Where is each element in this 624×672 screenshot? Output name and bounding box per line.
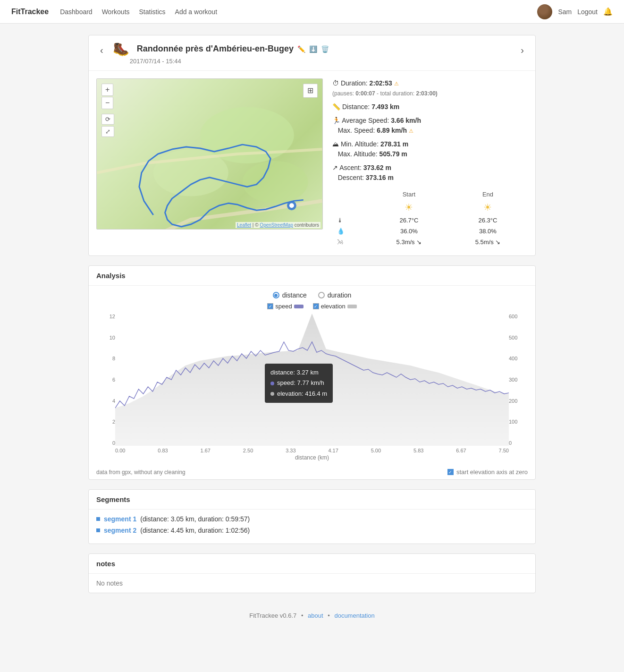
radio-duration-text: duration bbox=[328, 291, 352, 299]
elevation-checkbox-label[interactable]: elevation bbox=[313, 303, 357, 310]
list-item: segment 1 (distance: 3.05 km, duration: … bbox=[96, 515, 528, 523]
segment-1-detail: (distance: 3.05 km, duration: 0:59:57) bbox=[140, 515, 250, 523]
wind-icon: 🌬 bbox=[337, 238, 343, 246]
temp-end: 26.3°C bbox=[449, 215, 527, 225]
humidity-icon: 💧 bbox=[337, 228, 345, 235]
segments-list: segment 1 (distance: 3.05 km, duration: … bbox=[89, 510, 535, 544]
duration-value: 2:02:53 bbox=[370, 79, 392, 87]
chart-x-labels: 0.00 0.83 1.67 2.50 3.33 4.17 5.00 5.83 … bbox=[96, 446, 528, 453]
nav-add-workout[interactable]: Add a workout bbox=[175, 8, 218, 16]
workout-title-row: 🥾 Randonnée près d'Ambérieu-en-Bugey ✏️ … bbox=[113, 41, 512, 57]
sun-end-icon: ☀ bbox=[483, 202, 492, 213]
elevation-cb-text: elevation bbox=[321, 303, 346, 310]
footer-dot-2: • bbox=[328, 612, 330, 619]
radio-distance-text: distance bbox=[282, 291, 307, 299]
checkbox-row: speed elevation bbox=[89, 303, 535, 310]
nav-statistics[interactable]: Statistics bbox=[139, 8, 166, 16]
leaflet-link[interactable]: Leaflet bbox=[237, 222, 251, 228]
workout-stats: ⏱ Duration: 2:02:53 ⚠ (pauses: 0:00:07 -… bbox=[332, 78, 528, 248]
wind-end: 5.5m/s ↘ bbox=[449, 237, 527, 247]
avg-speed-label: Average Speed: bbox=[342, 117, 389, 124]
chart-wrap: 12 10 8 6 4 2 0 600 500 400 300 200 100 … bbox=[96, 314, 528, 446]
chart-footer: data from gpx, without any cleaning star… bbox=[89, 465, 535, 479]
start-elevation-text: start elevation axis at zero bbox=[456, 468, 528, 476]
duration-stat: ⏱ Duration: 2:02:53 ⚠ (pauses: 0:00:07 -… bbox=[332, 78, 528, 98]
radio-duration-label[interactable]: duration bbox=[318, 291, 352, 299]
footer-version: v0.6.7 bbox=[280, 612, 296, 619]
radio-distance-label[interactable]: distance bbox=[273, 291, 307, 299]
avatar[interactable] bbox=[537, 4, 552, 19]
distance-value: 7.493 km bbox=[371, 103, 399, 111]
next-workout-button[interactable]: › bbox=[517, 43, 528, 58]
map-zoom-in-button[interactable]: + bbox=[101, 84, 113, 96]
segments-title: Segments bbox=[89, 490, 535, 510]
segment-2-link[interactable]: segment 2 bbox=[104, 527, 136, 534]
segment-bullet-2 bbox=[96, 528, 100, 532]
speed-cb-text: speed bbox=[275, 303, 292, 310]
descent-value: 373.16 m bbox=[366, 174, 394, 181]
max-speed-value: 6.89 km/h bbox=[377, 127, 407, 134]
edit-workout-button[interactable]: ✏️ bbox=[297, 45, 305, 53]
speed-warn-icon: ⚠ bbox=[409, 128, 413, 134]
radio-distance-icon bbox=[273, 292, 279, 298]
map-fullscreen-button[interactable]: ⤢ bbox=[101, 126, 114, 137]
y-axis-left: 12 10 8 6 4 2 0 bbox=[96, 314, 115, 446]
footer-about-link[interactable]: about bbox=[308, 612, 323, 619]
analysis-radio-controls: distance duration bbox=[89, 291, 535, 299]
workout-title: Randonnée près d'Ambérieu-en-Bugey bbox=[137, 44, 294, 54]
weather-start-header: Start bbox=[370, 189, 448, 199]
weather-end-header: End bbox=[449, 189, 527, 199]
workout-actions: ✏️ ⬇️ 🗑️ bbox=[297, 45, 329, 53]
notification-bell-icon[interactable]: 🔔 bbox=[603, 7, 613, 16]
footer-documentation-link[interactable]: documentation bbox=[334, 612, 374, 619]
ascent-stat: ↗ Ascent: 373.62 m Descent: 373.16 m bbox=[332, 163, 528, 183]
temp-start: 26.7°C bbox=[370, 215, 448, 225]
humidity-row: 💧 36.0% 38.0% bbox=[333, 226, 527, 236]
speed-checkbox-icon bbox=[267, 303, 273, 309]
avg-speed-value: 3.66 km/h bbox=[391, 117, 421, 124]
segment-bullet-1 bbox=[96, 517, 100, 521]
workout-header: ‹ 🥾 Randonnée près d'Ambérieu-en-Bugey ✏… bbox=[89, 35, 535, 71]
map-refresh-button[interactable]: ⟳ bbox=[101, 114, 114, 125]
speed-swatch bbox=[294, 305, 304, 308]
map-zoom-out-button[interactable]: − bbox=[101, 97, 113, 109]
map-view: 🏘 D 1504 + − ⟳ ⤢ ⊞ Leaflet | © OpenStree… bbox=[96, 78, 323, 230]
max-alt-value: 505.79 m bbox=[379, 150, 407, 158]
map-container: 🏘 D 1504 + − ⟳ ⤢ ⊞ Leaflet | © OpenStree… bbox=[96, 78, 323, 248]
prev-workout-button[interactable]: ‹ bbox=[96, 43, 107, 58]
list-item: segment 2 (distance: 4.45 km, duration: … bbox=[96, 527, 528, 534]
chart-main: distance: 3.27 km speed: 7.77 km/h eleva… bbox=[115, 314, 509, 446]
notes-card: notes No notes bbox=[88, 553, 536, 593]
download-workout-button[interactable]: ⬇️ bbox=[309, 45, 317, 53]
wind-row: 🌬 5.3m/s ↘ 5.5m/s ↘ bbox=[333, 237, 527, 247]
chart-x-axis-label: distance (km) bbox=[96, 454, 528, 461]
distance-label: Distance: bbox=[342, 103, 370, 111]
analysis-card: Analysis distance duration speed elevati… bbox=[88, 265, 536, 480]
speed-checkbox-label[interactable]: speed bbox=[267, 303, 303, 310]
humidity-end: 38.0% bbox=[449, 226, 527, 236]
segments-card: Segments segment 1 (distance: 3.05 km, d… bbox=[88, 489, 536, 544]
distance-stat: 📏 Distance: 7.493 km bbox=[332, 102, 528, 112]
start-elevation-label[interactable]: start elevation axis at zero bbox=[447, 468, 528, 476]
weather-table: Start End ☀ ☀ 🌡 26.7°C 26. bbox=[332, 188, 528, 248]
footer: FitTrackee v0.6.7 • about • documentatio… bbox=[0, 604, 624, 627]
workout-title-block: 🥾 Randonnée près d'Ambérieu-en-Bugey ✏️ … bbox=[113, 41, 512, 65]
osm-link[interactable]: OpenStreetMap bbox=[260, 222, 293, 228]
chart-area: 12 10 8 6 4 2 0 600 500 400 300 200 100 … bbox=[89, 314, 535, 465]
footer-brand: FitTrackee bbox=[249, 612, 278, 619]
delete-workout-button[interactable]: 🗑️ bbox=[321, 45, 329, 53]
nav-dashboard[interactable]: Dashboard bbox=[60, 8, 93, 16]
logout-link[interactable]: Logout bbox=[577, 8, 598, 16]
workout-content: 🏘 D 1504 + − ⟳ ⤢ ⊞ Leaflet | © OpenStree… bbox=[89, 71, 535, 255]
max-speed-label: Max. Speed: bbox=[338, 127, 375, 134]
segment-1-link[interactable]: segment 1 bbox=[104, 515, 136, 523]
nav-workouts[interactable]: Workouts bbox=[102, 8, 130, 16]
map-layers-button[interactable]: ⊞ bbox=[303, 84, 318, 98]
map-attribution: Leaflet | © OpenStreetMap contributors bbox=[236, 222, 320, 228]
elevation-checkbox-icon bbox=[313, 303, 319, 309]
sun-start-icon: ☀ bbox=[405, 202, 413, 213]
notes-content: No notes bbox=[89, 574, 535, 593]
duration-warn-icon: ⚠ bbox=[394, 81, 399, 86]
brand-logo: FitTrackee bbox=[11, 8, 49, 16]
nav-user-area: Sam Logout 🔔 bbox=[537, 4, 613, 19]
